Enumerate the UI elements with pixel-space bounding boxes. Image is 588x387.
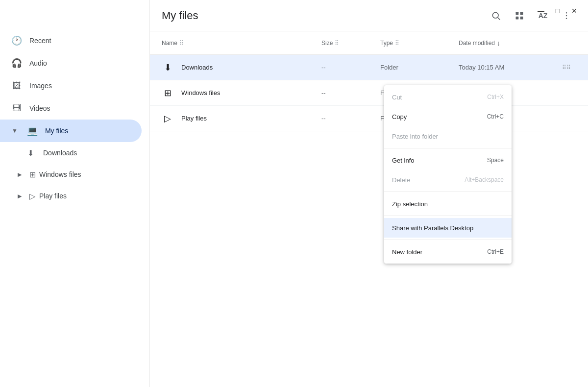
col-type-drag: ⠿ [395, 40, 399, 47]
menu-item-new-folder[interactable]: New folder Ctrl+E [384, 242, 512, 262]
sidebar-label-my-files: My files [45, 127, 68, 135]
menu-item-cut: Cut Ctrl+X [384, 87, 512, 107]
maximize-button[interactable]: □ [550, 4, 565, 18]
menu-item-shortcut: Ctrl+E [487, 248, 504, 255]
menu-item-label: New folder [392, 248, 422, 256]
page-title: My files [162, 9, 198, 22]
chevron-right-icon-play: ▶ [18, 193, 25, 199]
sidebar-label-audio: Audio [29, 59, 47, 67]
file-name-text: Downloads [181, 64, 213, 71]
menu-item-label: Copy [392, 113, 407, 121]
sidebar-label-play-files: Play files [39, 192, 67, 200]
menu-divider [384, 148, 512, 148]
file-name-cell: ▷ Play files [162, 113, 321, 124]
svg-rect-4 [516, 16, 519, 19]
col-header-type[interactable]: Type ⠿ [380, 40, 459, 47]
menu-item-label: Delete [392, 176, 411, 184]
table-row[interactable]: ▷ Play files -- Folder Today 7:55 AM [150, 106, 588, 131]
file-name-cell: ⊞ Windows files [162, 87, 321, 99]
image-icon: 🖼 [12, 81, 22, 91]
menu-item-label: Zip selection [392, 200, 428, 208]
computer-icon: 💻 [27, 126, 37, 136]
clock-icon: 🕐 [12, 36, 22, 46]
file-type-cell: Folder [380, 64, 459, 71]
table-row[interactable]: ⬇ Downloads -- Folder Today 10:15 AM ⠿⠿ [150, 55, 588, 80]
sidebar-label-recent: Recent [29, 37, 51, 45]
menu-item-label: Share with Parallels Desktop [392, 224, 473, 232]
sidebar-label-windows-files: Windows files [39, 170, 81, 178]
svg-rect-5 [520, 16, 523, 19]
close-button[interactable]: ✕ [566, 4, 582, 18]
menu-item-zip[interactable]: Zip selection [384, 194, 512, 214]
menu-divider [384, 192, 512, 192]
sidebar-item-videos[interactable]: 🎞 Videos [0, 97, 142, 120]
sidebar-label-images: Images [29, 82, 52, 90]
title-bar: — □ ✕ [527, 0, 588, 22]
row-drag-handle: ⠿⠿ [557, 64, 576, 71]
col-type-label: Type [380, 40, 393, 47]
file-name-text: Play files [181, 115, 207, 122]
sidebar-item-my-files[interactable]: ▼ 💻 My files [0, 120, 142, 142]
file-size-cell: -- [321, 89, 380, 97]
context-menu-items: Cut Ctrl+X Copy Ctrl+C Paste into folder… [384, 87, 512, 262]
menu-item-delete: Delete Alt+Backspace [384, 170, 512, 190]
col-size-drag: ⠿ [335, 40, 339, 47]
sort-desc-icon: ↓ [497, 39, 500, 47]
svg-line-1 [498, 18, 500, 20]
chevron-down-icon: ▼ [12, 127, 18, 134]
col-name-label: Name [162, 40, 177, 47]
file-list: Name ⠿ Size ⠿ Type ⠿ Date modified ↓ [150, 31, 588, 387]
windows-icon: ⊞ [27, 169, 37, 179]
sidebar-item-windows-files[interactable]: ▶ ⊞ Windows files [0, 164, 142, 185]
sidebar-item-audio[interactable]: 🎧 Audio [0, 52, 142, 74]
menu-divider [384, 240, 512, 240]
film-icon: 🎞 [12, 103, 22, 113]
menu-item-label: Get info [392, 157, 415, 164]
sidebar: 🕐 Recent 🎧 Audio 🖼 Images 🎞 Videos ▼ 💻 M… [0, 0, 150, 387]
col-size-label: Size [321, 40, 333, 47]
grid-view-button[interactable] [510, 6, 529, 25]
main-content: My files AZ [150, 0, 588, 387]
chevron-right-icon: ▶ [18, 171, 25, 178]
menu-item-get-info[interactable]: Get info Space [384, 150, 512, 170]
folder-icon: ⬇ [162, 62, 173, 73]
context-menu: Cut Ctrl+X Copy Ctrl+C Paste into folder… [384, 85, 512, 264]
menu-item-label: Cut [392, 94, 402, 101]
sidebar-label-downloads: Downloads [43, 149, 77, 157]
menu-divider [384, 216, 512, 216]
svg-rect-2 [516, 12, 519, 15]
col-name-drag: ⠿ [179, 40, 184, 47]
file-name-cell: ⬇ Downloads [162, 62, 321, 73]
headphones-icon: 🎧 [12, 58, 22, 68]
menu-item-shortcut: Space [487, 157, 504, 164]
col-date-label: Date modified [459, 40, 495, 47]
sidebar-item-recent[interactable]: 🕐 Recent [0, 29, 142, 52]
menu-item-paste: Paste into folder [384, 126, 512, 146]
sidebar-item-downloads[interactable]: ⬇ Downloads [0, 142, 142, 164]
svg-rect-3 [520, 12, 523, 15]
folder-icon: ⊞ [162, 87, 173, 99]
download-icon: ⬇ [25, 148, 35, 158]
sidebar-item-images[interactable]: 🖼 Images [0, 74, 142, 97]
menu-item-shortcut: Ctrl+C [487, 113, 504, 120]
file-name-text: Windows files [181, 89, 220, 97]
menu-item-label: Paste into folder [392, 133, 438, 140]
svg-point-0 [492, 12, 498, 18]
sidebar-label-videos: Videos [29, 104, 50, 112]
play-icon: ▷ [27, 191, 37, 201]
table-row[interactable]: ⊞ Windows files -- Folder Today 9:48 AM [150, 80, 588, 106]
col-header-date[interactable]: Date modified ↓ [459, 39, 557, 47]
minimize-button[interactable]: — [533, 4, 549, 18]
search-button[interactable] [486, 6, 506, 25]
file-list-header: Name ⠿ Size ⠿ Type ⠿ Date modified ↓ [150, 31, 588, 55]
app-container: 🕐 Recent 🎧 Audio 🖼 Images 🎞 Videos ▼ 💻 M… [0, 0, 588, 387]
menu-item-copy[interactable]: Copy Ctrl+C [384, 107, 512, 126]
col-header-size[interactable]: Size ⠿ [321, 40, 380, 47]
col-header-name[interactable]: Name ⠿ [162, 40, 321, 47]
file-size-cell: -- [321, 115, 380, 122]
menu-item-shortcut: Alt+Backspace [465, 176, 504, 183]
menu-item-share-parallels[interactable]: Share with Parallels Desktop [384, 218, 512, 238]
file-date-cell: Today 10:15 AM [459, 64, 557, 71]
sidebar-item-play-files[interactable]: ▶ ▷ Play files [0, 185, 142, 207]
file-rows: ⬇ Downloads -- Folder Today 10:15 AM ⠿⠿ … [150, 55, 588, 131]
